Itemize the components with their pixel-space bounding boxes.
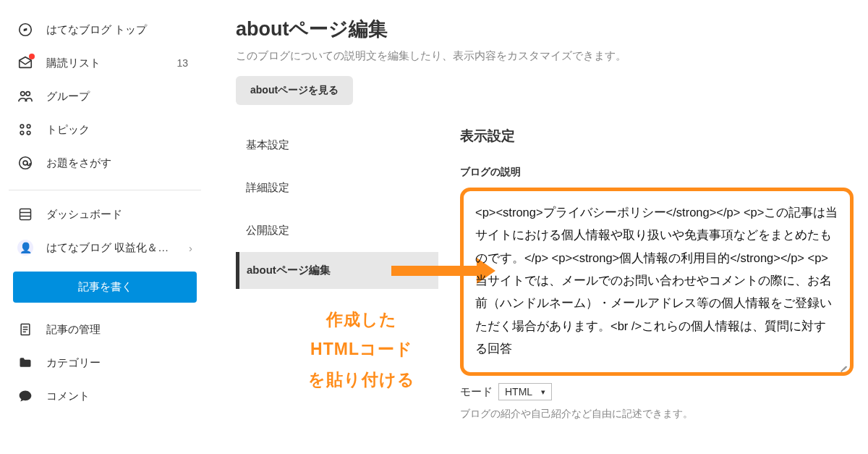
- sidebar-item-comment[interactable]: コメント: [0, 379, 210, 413]
- subnav-label: 基本設定: [246, 138, 289, 151]
- mode-value: HTML: [505, 386, 532, 398]
- sidebar-item-manage[interactable]: 記事の管理: [0, 313, 210, 346]
- chevron-right-icon: ›: [189, 242, 192, 254]
- at-icon: [17, 155, 33, 171]
- subnav-label: 公開設定: [246, 224, 289, 236]
- sidebar-item-theme[interactable]: お題をさがす: [0, 146, 210, 180]
- svg-marker-1: [24, 28, 27, 32]
- sidebar-label: 購読リスト: [46, 56, 101, 70]
- sidebar: はてなブログ トップ 購読リスト 13 グループ トピック お題をさがす ダッシ…: [0, 0, 210, 454]
- subnav-basic[interactable]: 基本設定: [236, 124, 438, 167]
- group-icon: [17, 88, 33, 104]
- unread-count: 13: [176, 57, 192, 69]
- mode-select[interactable]: HTML ▾: [498, 383, 552, 400]
- comment-icon: [17, 388, 33, 404]
- inbox-icon: [17, 55, 33, 71]
- sidebar-label: はてなブログ トップ: [46, 23, 147, 37]
- topic-icon: [17, 122, 33, 138]
- page-title: aboutページ編集: [236, 16, 854, 42]
- subnav-detail[interactable]: 詳細設定: [236, 167, 438, 209]
- mode-row: モード HTML ▾: [460, 383, 854, 400]
- sidebar-label: ダッシュボード: [46, 208, 122, 222]
- annotation-line: を貼り付ける: [285, 365, 438, 395]
- sidebar-label: はてなブログ 収益化＆…: [46, 241, 169, 255]
- main-content: aboutページ編集 このブログについての説明文を編集したり、表示内容をカスタマ…: [210, 0, 868, 454]
- subnav-about[interactable]: aboutページ編集: [236, 252, 438, 289]
- document-icon: [17, 321, 33, 337]
- field-hint: ブログの紹介や自己紹介など自由に記述できます。: [460, 408, 854, 421]
- annotation-line: HTMLコード: [285, 335, 438, 364]
- svg-point-5: [27, 125, 30, 128]
- blog-description-textarea[interactable]: <p><strong>プライバシーポリシー</strong></p> <p>この…: [460, 188, 854, 376]
- sidebar-label: 記事の管理: [46, 323, 101, 337]
- write-post-button[interactable]: 記事を書く: [13, 272, 197, 303]
- compass-icon: [17, 22, 33, 38]
- svg-rect-10: [20, 209, 31, 220]
- annotation-line: 作成した: [285, 305, 438, 335]
- sidebar-label: カテゴリー: [46, 356, 101, 370]
- field-label-blog-desc: ブログの説明: [460, 166, 854, 179]
- subnav-label: 詳細設定: [246, 181, 289, 193]
- settings-subnav: 基本設定 詳細設定 公開設定 aboutページ編集 作成した HTMLコード を…: [236, 124, 438, 395]
- svg-point-3: [26, 92, 30, 96]
- sidebar-item-group[interactable]: グループ: [0, 80, 210, 113]
- sidebar-item-topic[interactable]: トピック: [0, 113, 210, 146]
- svg-point-8: [20, 157, 32, 169]
- subnav-label: aboutページ編集: [247, 264, 331, 276]
- annotation-text: 作成した HTMLコード を貼り付ける: [236, 305, 438, 395]
- svg-point-4: [20, 125, 24, 128]
- subnav-publish[interactable]: 公開設定: [236, 209, 438, 252]
- svg-point-7: [27, 131, 30, 135]
- sidebar-item-category[interactable]: カテゴリー: [0, 346, 210, 379]
- view-about-label: aboutページを見る: [250, 84, 339, 96]
- blog-description-value: <p><strong>プライバシーポリシー</strong></p> <p>この…: [475, 206, 838, 355]
- sidebar-item-monetize[interactable]: 👤 はてなブログ 収益化＆… ›: [0, 231, 210, 264]
- sidebar-label: お題をさがす: [46, 156, 111, 170]
- write-post-label: 記事を書く: [78, 280, 132, 293]
- divider: [9, 190, 201, 190]
- sidebar-label: グループ: [46, 90, 90, 104]
- folder-icon: [17, 355, 33, 371]
- svg-point-6: [20, 131, 24, 135]
- dashboard-icon: [17, 206, 33, 222]
- avatar-icon: 👤: [17, 240, 33, 256]
- sidebar-label: トピック: [46, 123, 90, 137]
- display-settings-panel: 表示設定 ブログの説明 <p><strong>プライバシーポリシー</stron…: [460, 124, 854, 421]
- resize-handle-icon[interactable]: [838, 362, 847, 371]
- sidebar-item-dashboard[interactable]: ダッシュボード: [0, 198, 210, 231]
- mode-label: モード: [460, 385, 493, 399]
- sidebar-item-read[interactable]: 購読リスト 13: [0, 46, 210, 80]
- view-about-button[interactable]: aboutページを見る: [236, 76, 353, 105]
- svg-point-2: [21, 92, 25, 96]
- chevron-down-icon: ▾: [541, 387, 545, 397]
- page-description: このブログについての説明文を編集したり、表示内容をカスタマイズできます。: [236, 49, 854, 63]
- unread-dot-icon: [29, 54, 35, 59]
- sidebar-item-top[interactable]: はてなブログ トップ: [0, 13, 210, 46]
- svg-point-9: [23, 161, 27, 165]
- panel-title: 表示設定: [460, 127, 854, 146]
- sidebar-label: コメント: [46, 390, 90, 403]
